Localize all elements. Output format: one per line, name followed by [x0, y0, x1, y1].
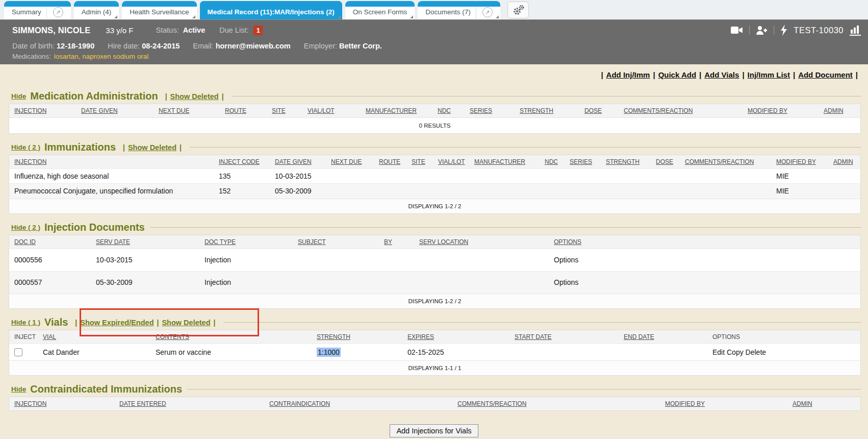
column-header-injection[interactable]: INJECTION [9, 155, 214, 169]
hide-toggle-link[interactable]: Hide ( 1 ) [11, 319, 40, 326]
column-header-by[interactable]: BY [379, 235, 414, 249]
column-header-comments-reaction[interactable]: COMMENTS/REACTION [452, 397, 660, 410]
divider [749, 26, 750, 35]
column-header-route[interactable]: ROUTE [374, 155, 406, 169]
column-header-vial-lot[interactable]: VIAL/LOT [302, 104, 361, 117]
row-action-links[interactable]: Options [549, 271, 860, 294]
show-deleted-link[interactable]: Show Deleted [128, 143, 176, 152]
show-deleted-link[interactable]: Show Deleted [170, 92, 219, 101]
link-separator: | [123, 143, 125, 152]
column-header-inject[interactable]: INJECT [9, 330, 38, 344]
tab-top-accent [418, 1, 500, 7]
column-header-manufacturer[interactable]: MANUFACTURER [361, 104, 432, 117]
hide-toggle-link[interactable]: Hide ( 2 ) [11, 224, 40, 231]
column-header-label: END DATE [624, 333, 654, 340]
table-row: 000055705-30-2009InjectionOptions [9, 271, 860, 294]
tab-summary[interactable]: Summary↗ [4, 1, 71, 19]
open-in-new-icon[interactable]: ↗ [482, 7, 493, 17]
column-header-strength[interactable]: STRENGTH [515, 104, 579, 117]
column-header-injection[interactable]: INJECTION [9, 397, 114, 410]
column-header-inject-code[interactable]: INJECT CODE [214, 155, 270, 169]
column-header-admin[interactable]: ADMIN [787, 397, 860, 410]
column-header-manufacturer[interactable]: MANUFACTURER [469, 155, 540, 169]
open-in-new-icon[interactable]: ↗ [53, 7, 63, 17]
link-separator: | [157, 319, 159, 327]
add-vials-link[interactable]: Add Vials [704, 70, 739, 79]
column-header-dose[interactable]: DOSE [651, 155, 680, 169]
column-header-dose[interactable]: DOSE [579, 104, 619, 117]
column-header-end-date[interactable]: END DATE [619, 330, 707, 344]
add-person-icon[interactable] [756, 25, 768, 35]
show-deleted-link[interactable]: Show Deleted [162, 319, 210, 327]
column-header-expires[interactable]: EXPIRES [402, 330, 509, 344]
settings-button[interactable] [507, 2, 529, 18]
column-header-label: DOSE [584, 107, 602, 114]
cell: Serum or vaccine [150, 344, 312, 360]
column-header-site[interactable]: SITE [267, 104, 302, 117]
lightning-icon[interactable] [780, 25, 787, 36]
column-header-vial-lot[interactable]: VIAL/LOT [433, 155, 469, 169]
column-header-comments-reaction[interactable]: COMMENTS/REACTION [619, 104, 743, 117]
bar-chart-icon[interactable] [850, 25, 861, 36]
show-expired-ended-link[interactable]: Show Expired/Ended [80, 319, 154, 327]
tab-documents-7[interactable]: Documents (7)↗ [418, 1, 500, 19]
column-header-subject[interactable]: SUBJECT [293, 235, 379, 249]
tab-admin-4[interactable]: Admin (4) [74, 1, 119, 19]
column-header-doc-type[interactable]: DOC TYPE [199, 235, 293, 249]
add-injections-for-vials-button[interactable]: Add Injections for Vials [390, 424, 478, 437]
column-header-admin[interactable]: ADMIN [828, 155, 860, 169]
column-header-modified-by[interactable]: MODIFIED BY [771, 155, 828, 169]
column-header-start-date[interactable]: START DATE [509, 330, 619, 344]
column-header-series[interactable]: SERIES [565, 155, 601, 169]
column-header-contraindication[interactable]: CONTRAINDICATION [264, 397, 452, 410]
hide-toggle-link[interactable]: Hide [11, 92, 26, 100]
hide-toggle-link[interactable]: Hide [11, 385, 26, 393]
patient-summary-row: SIMMONS, NICOLE 33 y/o F Status: Active … [0, 20, 868, 40]
cell: 05-30-2009 [91, 271, 199, 294]
column-header-next-due[interactable]: NEXT DUE [154, 104, 220, 117]
tab-label: Summary [12, 8, 41, 18]
column-header-strength[interactable]: STRENGTH [601, 155, 651, 169]
row-action-links[interactable]: Options [549, 249, 860, 271]
column-header-contents[interactable]: CONTENTS [150, 330, 312, 344]
column-header-doc-id[interactable]: DOC ID [9, 235, 91, 249]
column-header-site[interactable]: SITE [406, 155, 433, 169]
column-header-modified-by[interactable]: MODIFIED BY [660, 397, 787, 410]
column-header-date-entered[interactable]: DATE ENTERED [114, 397, 264, 410]
add-inj-imm-link[interactable]: Add Inj/Imm [606, 70, 650, 79]
tab-medical-record-11-mar-injections-2[interactable]: Medical Record (11):MAR/Injections (2) [200, 1, 342, 19]
cell [828, 169, 860, 184]
column-header-strength[interactable]: STRENGTH [312, 330, 402, 344]
inj-imm-list-link[interactable]: Inj/Imm List [748, 70, 790, 79]
hide-toggle-link[interactable]: Hide ( 2 ) [11, 143, 40, 151]
tab-on-screen-forms[interactable]: On Screen Forms [345, 1, 415, 19]
tab-health-surveillance[interactable]: Health Surveillance [122, 1, 196, 19]
video-camera-icon[interactable] [731, 26, 743, 35]
due-list-count-badge[interactable]: 1 [253, 26, 263, 35]
quick-add-link[interactable]: Quick Add [658, 70, 696, 79]
column-header-ndc[interactable]: NDC [432, 104, 465, 117]
column-header-date-given[interactable]: DATE GIVEN [270, 155, 326, 169]
tab-label: Admin (4) [82, 8, 112, 18]
detail-value: horner@mieweb.com [216, 42, 291, 50]
column-header-injection[interactable]: INJECTION [9, 104, 76, 117]
column-header-series[interactable]: SERIES [465, 104, 515, 117]
column-header-options[interactable]: OPTIONS [707, 330, 860, 344]
column-header-label: MODIFIED BY [665, 400, 705, 407]
row-action-links[interactable]: Edit Copy Delete [707, 344, 860, 360]
medications-list-link[interactable]: losartan, naproxen sodium oral [54, 53, 148, 60]
column-header-date-given[interactable]: DATE GIVEN [76, 104, 154, 117]
column-header-admin[interactable]: ADMIN [819, 104, 860, 117]
column-header-route[interactable]: ROUTE [220, 104, 267, 117]
column-header-serv-date[interactable]: SERV DATE [91, 235, 199, 249]
section-medication-administration: HideMedication Administration|Show Delet… [0, 90, 868, 134]
column-header-vial[interactable]: VIAL [38, 330, 150, 344]
column-header-serv-location[interactable]: SERV LOCATION [414, 235, 549, 249]
add-document-link[interactable]: Add Document [798, 70, 853, 79]
column-header-options[interactable]: OPTIONS [549, 235, 860, 249]
column-header-ndc[interactable]: NDC [540, 155, 565, 169]
column-header-modified-by[interactable]: MODIFIED BY [743, 104, 819, 117]
column-header-next-due[interactable]: NEXT DUE [326, 155, 374, 169]
column-header-comments-reaction[interactable]: COMMENTS/REACTION [680, 155, 771, 169]
row-select-checkbox[interactable] [14, 348, 22, 356]
